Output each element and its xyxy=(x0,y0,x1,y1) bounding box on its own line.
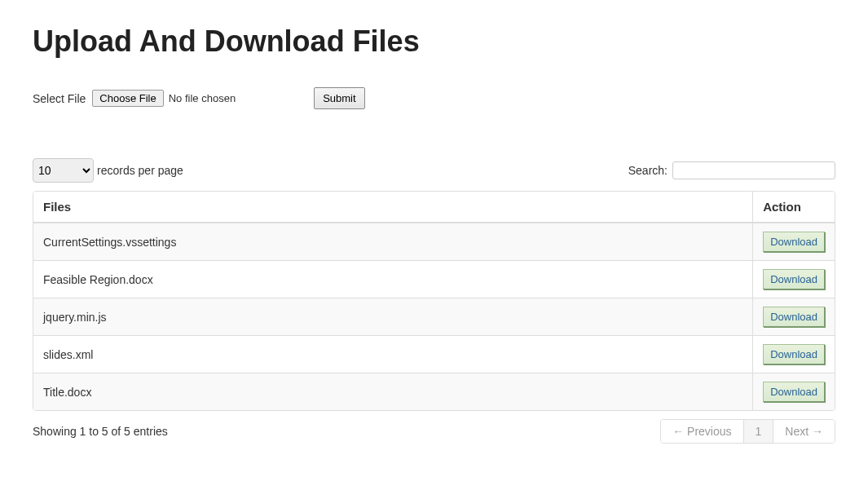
page-number-button[interactable]: 1 xyxy=(743,420,773,443)
table-row: CurrentSettings.vssettings Download xyxy=(33,223,835,260)
choose-file-button[interactable]: Choose File xyxy=(92,90,163,107)
search-label: Search: xyxy=(628,164,668,177)
page-length-select[interactable]: 10 xyxy=(33,158,94,183)
file-name-cell: Title.docx xyxy=(33,373,752,410)
column-header-files[interactable]: Files xyxy=(33,192,752,223)
table-row: Feasible Region.docx Download xyxy=(33,260,835,298)
download-button[interactable]: Download xyxy=(763,232,825,252)
table-controls: 10 records per page Search: xyxy=(33,158,835,183)
select-file-label: Select File xyxy=(33,92,86,105)
search-input[interactable] xyxy=(672,161,835,179)
submit-button[interactable]: Submit xyxy=(314,87,364,109)
table-row: slides.xml Download xyxy=(33,335,835,373)
table-info-text: Showing 1 to 5 of 5 entries xyxy=(33,425,168,438)
records-per-page-label: records per page xyxy=(97,164,183,177)
page-title: Upload And Download Files xyxy=(33,24,835,59)
files-table: Files Action CurrentSettings.vssettings … xyxy=(33,191,835,411)
file-name-cell: Feasible Region.docx xyxy=(33,260,752,298)
file-name-cell: slides.xml xyxy=(33,335,752,373)
no-file-chosen-text: No file chosen xyxy=(169,92,236,104)
previous-page-button[interactable]: ← Previous xyxy=(661,420,742,443)
table-footer: Showing 1 to 5 of 5 entries ← Previous 1… xyxy=(33,419,835,444)
table-row: Title.docx Download xyxy=(33,373,835,410)
upload-section: Select File Choose File No file chosen S… xyxy=(33,87,835,109)
next-page-button[interactable]: Next → xyxy=(773,420,835,443)
file-input[interactable]: Choose File No file chosen xyxy=(92,90,236,107)
download-button[interactable]: Download xyxy=(763,344,825,364)
file-name-cell: CurrentSettings.vssettings xyxy=(33,223,752,260)
file-name-cell: jquery.min.js xyxy=(33,298,752,335)
download-button[interactable]: Download xyxy=(763,307,825,327)
download-button[interactable]: Download xyxy=(763,382,825,402)
download-button[interactable]: Download xyxy=(763,269,825,289)
table-row: jquery.min.js Download xyxy=(33,298,835,335)
pagination: ← Previous 1 Next → xyxy=(660,419,835,444)
column-header-action[interactable]: Action xyxy=(752,192,835,223)
